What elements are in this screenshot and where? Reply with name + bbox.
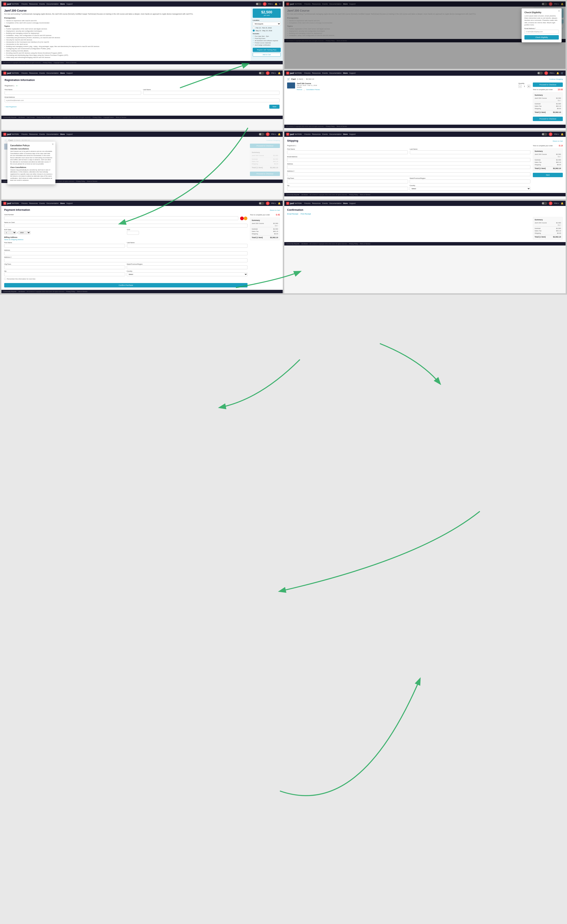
footer-terms-4[interactable]: Terms of Service (337, 126, 347, 127)
nav-toggle-4[interactable] (537, 72, 543, 75)
footer-device-3[interactable]: Device Reuse Program (37, 117, 51, 118)
bell-icon-4[interactable]: 🔔 (556, 72, 559, 75)
cvv-input[interactable] (127, 231, 139, 235)
return-to-cart-link[interactable]: Return to Cart (553, 140, 563, 142)
nav-forums-5[interactable]: Forums (21, 133, 28, 135)
city-input[interactable] (287, 180, 408, 183)
nav-events-8[interactable]: Events (322, 202, 328, 204)
confirm-purchase-button[interactable]: Confirm Purchase (4, 283, 248, 287)
email-input[interactable] (525, 30, 559, 33)
proceed-checkout-button-2[interactable]: Proceed to Checkout (533, 117, 563, 121)
remove-link[interactable]: Remove (297, 88, 302, 91)
footer-terms-8[interactable]: Terms of Service (360, 243, 370, 244)
nav-documentation-6[interactable]: Documentation (329, 133, 341, 135)
address-input[interactable] (287, 165, 530, 169)
nav-events-7[interactable]: Events (39, 202, 45, 204)
date-radio-2[interactable] (253, 30, 255, 32)
bell-icon-8[interactable]: 🔔 (561, 202, 564, 205)
shipping-fn-input[interactable] (287, 150, 408, 154)
nav-forums-8[interactable]: Forums (304, 202, 310, 204)
footer-copyright[interactable]: Copyright Notice (54, 62, 64, 63)
nav-events-3[interactable]: Events (39, 72, 45, 74)
nav-forums-3[interactable]: Forums (21, 72, 28, 74)
footer-terms[interactable]: Terms of Service (66, 62, 77, 63)
remember-checkbox[interactable] (4, 278, 6, 280)
billing-country-select[interactable]: Select United States (127, 273, 248, 276)
shipping-next-button[interactable]: Next (533, 173, 563, 177)
nav-toggle-3[interactable] (259, 72, 264, 75)
first-name-input[interactable] (5, 91, 141, 94)
nav-documentation-5[interactable]: Documentation (47, 133, 59, 135)
email-receipt-link[interactable]: Email Reciept (287, 213, 298, 215)
zip-input[interactable] (287, 187, 408, 190)
footer-terms-6[interactable]: Terms of Service (360, 194, 370, 195)
nav-toggle-7[interactable] (259, 202, 264, 205)
qty-increase-button[interactable]: + (527, 85, 530, 88)
date-option-2[interactable]: May 13 - May 15, 2018 (253, 30, 281, 32)
nav-events-5[interactable]: Events (39, 133, 45, 135)
date-option-1[interactable]: Feb 13 - Feb 15, 2018 (253, 27, 281, 29)
qty-decrease-button[interactable]: - (519, 85, 522, 88)
nav-logo-3[interactable]: J jamf NATION (3, 72, 19, 75)
footer-jobboard-6[interactable]: Job Board (301, 194, 308, 195)
footer-community-6[interactable]: Community Etiquette (286, 194, 299, 195)
add-registrant-button[interactable]: + Add Registrant (5, 106, 17, 108)
nav-logo-8[interactable]: J jamf NATION (286, 202, 301, 205)
nav-toggle-5[interactable] (259, 133, 264, 136)
nav-resources-7[interactable]: Resources (29, 202, 38, 204)
billing-addr-input[interactable] (4, 252, 248, 255)
register-training-pass-button[interactable]: Register with Training Pass (253, 48, 281, 52)
payment-return-link[interactable]: Return to Cart (270, 209, 280, 211)
footer-privacy-7[interactable]: Privacy Policy (66, 291, 75, 292)
location-select[interactable]: Minneapolis (253, 22, 281, 26)
cancellation-policies-link[interactable]: Cancellation Policies (306, 88, 320, 91)
nav-support-6[interactable]: Support (349, 133, 356, 135)
nav-documentation[interactable]: Documentation (47, 3, 59, 5)
nav-store[interactable]: Store (60, 3, 65, 5)
nav-events-4[interactable]: Events (322, 72, 328, 74)
nav-documentation-7[interactable]: Documentation (47, 202, 59, 204)
footer-community-3[interactable]: Community Etiquette (3, 117, 17, 118)
nav-toggle-8[interactable] (541, 202, 547, 205)
billing-addr2-input[interactable] (4, 258, 248, 262)
quantity-control[interactable]: - 1 + (519, 85, 530, 88)
nav-store-5[interactable]: Store (60, 133, 65, 135)
nav-forums-4[interactable]: Forums (304, 72, 310, 74)
nav-toggle[interactable] (256, 3, 261, 5)
footer-copyright-3[interactable]: Copyright Notice (103, 117, 114, 118)
footer-terms-3[interactable]: Terms of Service (116, 117, 126, 118)
nav-logo-6[interactable]: J jamf NATION (286, 133, 301, 136)
nav-logo-4[interactable]: J jamf NATION (286, 72, 301, 75)
proceed-checkout-button[interactable]: Proceed to Checkout (533, 82, 563, 87)
billing-ln-input[interactable] (127, 244, 248, 248)
nav-support-5[interactable]: Support (66, 133, 73, 135)
nav-resources-4[interactable]: Resources (312, 72, 321, 74)
exp-year-select[interactable]: 2019202020212022 (18, 231, 30, 234)
add-to-cart-button[interactable]: Add to Cart (253, 53, 281, 57)
footer-usergroups-3[interactable]: User Groups (27, 117, 35, 118)
nav-resources-8[interactable]: Resources (312, 202, 321, 204)
last-name-input[interactable] (143, 91, 280, 94)
bell-icon-7[interactable]: 🔔 (278, 202, 281, 205)
nav-support[interactable]: Support (66, 3, 73, 5)
modal-close-button[interactable]: ✕ (558, 10, 560, 12)
address2-input[interactable] (287, 172, 530, 176)
print-receipt-link[interactable]: Print Reciept (301, 213, 311, 215)
footer-jobboard-3[interactable]: Job Board (18, 117, 25, 118)
footer-jobboard-7[interactable]: Job Board (18, 291, 25, 292)
nav-resources[interactable]: Resources (29, 3, 38, 5)
exp-month-select[interactable]: 1234 5678 9101112 (4, 231, 16, 234)
shipping-email-input[interactable] (287, 158, 530, 162)
nav-store-8[interactable]: Store (343, 202, 348, 204)
footer-privacy-8[interactable]: Privacy Policy (349, 243, 358, 244)
cancel-modal-close[interactable]: ✕ (52, 143, 54, 146)
footer-jobboard-8[interactable]: Job Board (301, 243, 308, 244)
email-input-reg[interactable] (5, 99, 280, 102)
footer-terms-5[interactable]: Terms of Service (87, 181, 97, 182)
nav-logo[interactable]: J jamf NATION (3, 3, 19, 5)
cart-icon[interactable]: 🛒 (561, 72, 564, 75)
country-select[interactable]: Select United States (410, 187, 531, 190)
nav-logo-7[interactable]: J jamf NATION (3, 202, 19, 205)
nav-resources-3[interactable]: Resources (29, 72, 38, 74)
continue-shopping-link[interactable]: Continue Shopping (549, 78, 563, 80)
